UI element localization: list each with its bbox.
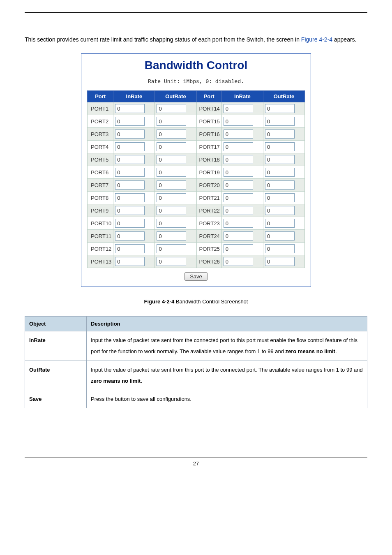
col-outrate-1: OutRate (155, 91, 196, 102)
inrate-cell (113, 217, 155, 230)
outrate-input[interactable] (265, 130, 295, 139)
inrate-input[interactable] (224, 231, 253, 240)
outrate-cell (155, 204, 196, 217)
inrate-input[interactable] (115, 168, 145, 177)
inrate-input[interactable] (224, 257, 253, 266)
table-row: PORT11PORT24 (88, 230, 305, 243)
outrate-cell (155, 102, 196, 115)
outrate-input[interactable] (157, 155, 186, 164)
port-label: PORT14 (196, 102, 221, 115)
inrate-input[interactable] (224, 244, 253, 253)
panel-title: Bandwidth Control (81, 59, 311, 72)
inrate-input[interactable] (115, 180, 145, 190)
outrate-input[interactable] (157, 244, 186, 253)
inrate-input[interactable] (115, 231, 145, 240)
outrate-cell (263, 102, 304, 115)
inrate-cell (221, 115, 263, 128)
outrate-input[interactable] (157, 257, 186, 266)
port-label: PORT15 (196, 115, 221, 128)
figure-link[interactable]: Figure 4-2-4 (301, 36, 332, 43)
inrate-cell (113, 141, 155, 153)
outrate-input[interactable] (265, 257, 295, 266)
save-button[interactable]: Save (184, 272, 208, 281)
inrate-input[interactable] (115, 130, 145, 139)
outrate-input[interactable] (265, 219, 295, 228)
outrate-input[interactable] (265, 168, 295, 177)
outrate-input[interactable] (265, 244, 295, 253)
inrate-input[interactable] (115, 193, 145, 202)
figure-caption: Figure 4-2-4 Bandwidth Control Screensho… (25, 298, 367, 305)
outrate-input[interactable] (265, 206, 295, 215)
inrate-cell (221, 179, 263, 192)
outrate-input[interactable] (157, 142, 186, 151)
inrate-input[interactable] (115, 117, 145, 126)
rate-unit-label: Rate Unit: 1Mbps, 0: disabled. (81, 79, 311, 85)
outrate-input[interactable] (265, 117, 295, 126)
inrate-input[interactable] (224, 219, 253, 228)
col-outrate-2: OutRate (263, 91, 304, 102)
figure-caption-number: Figure 4-2-4 (144, 298, 175, 305)
inrate-input[interactable] (115, 257, 145, 266)
inrate-input[interactable] (115, 155, 145, 164)
outrate-input[interactable] (265, 155, 295, 164)
outrate-input[interactable] (157, 180, 186, 190)
inrate-cell (113, 115, 155, 128)
outrate-input[interactable] (157, 193, 186, 202)
table-row: PORT9PORT22 (88, 204, 305, 217)
outrate-input[interactable] (157, 219, 186, 228)
table-row: PORT13PORT26 (88, 255, 305, 268)
outrate-cell (263, 128, 304, 141)
inrate-input[interactable] (224, 155, 253, 164)
inrate-input[interactable] (115, 206, 145, 215)
desc-header-object: Object (25, 317, 87, 331)
outrate-input[interactable] (157, 231, 186, 240)
inrate-cell (221, 230, 263, 243)
inrate-input[interactable] (115, 104, 145, 113)
outrate-cell (155, 243, 196, 255)
outrate-cell (155, 153, 196, 166)
port-label: PORT21 (196, 192, 221, 204)
col-inrate-2: InRate (221, 91, 263, 102)
inrate-input[interactable] (224, 142, 253, 151)
col-port-1: Port (88, 91, 113, 102)
inrate-input[interactable] (115, 244, 145, 253)
inrate-input[interactable] (224, 206, 253, 215)
inrate-input[interactable] (115, 219, 145, 228)
inrate-input[interactable] (224, 117, 253, 126)
table-row: PORT4PORT17 (88, 141, 305, 153)
inrate-input[interactable] (224, 193, 253, 202)
outrate-cell (155, 166, 196, 179)
inrate-cell (113, 243, 155, 255)
desc-text: Press the button to save all configurati… (87, 390, 367, 408)
outrate-input[interactable] (265, 180, 295, 190)
inrate-input[interactable] (224, 130, 253, 139)
outrate-input[interactable] (157, 117, 186, 126)
outrate-cell (155, 179, 196, 192)
description-table: Object Description InRateInput the value… (25, 316, 367, 408)
inrate-input[interactable] (224, 180, 253, 190)
figure-caption-text: Bandwidth Control Screenshot (174, 298, 248, 305)
port-label: PORT25 (196, 243, 221, 255)
inrate-cell (113, 102, 155, 115)
inrate-cell (113, 179, 155, 192)
outrate-input[interactable] (265, 142, 295, 151)
inrate-input[interactable] (224, 168, 253, 177)
outrate-input[interactable] (265, 231, 295, 240)
outrate-cell (263, 166, 304, 179)
outrate-input[interactable] (157, 104, 186, 113)
port-label: PORT17 (196, 141, 221, 153)
outrate-input[interactable] (265, 104, 295, 113)
desc-text: Input the value of packet rate sent from… (87, 331, 367, 361)
inrate-cell (113, 255, 155, 268)
inrate-cell (221, 102, 263, 115)
outrate-input[interactable] (157, 206, 186, 215)
outrate-input[interactable] (265, 193, 295, 202)
inrate-input[interactable] (224, 104, 253, 113)
outrate-input[interactable] (157, 130, 186, 139)
inrate-cell (221, 192, 263, 204)
port-label: PORT11 (88, 230, 113, 243)
inrate-input[interactable] (115, 142, 145, 151)
outrate-cell (155, 115, 196, 128)
outrate-input[interactable] (157, 168, 186, 177)
port-label: PORT3 (88, 128, 113, 141)
